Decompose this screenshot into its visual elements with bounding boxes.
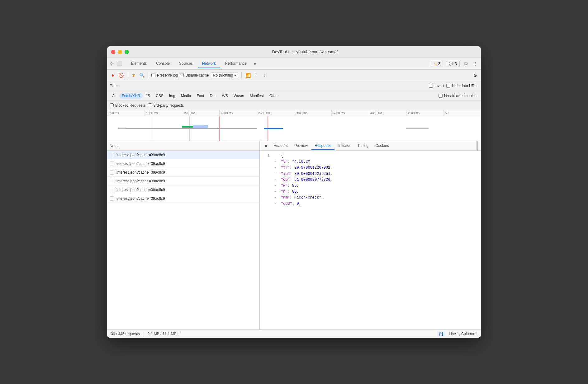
svg-rect-7: [264, 128, 283, 129]
cursor-icon[interactable]: ⊹: [110, 61, 114, 67]
type-btn-media[interactable]: Media: [178, 93, 194, 99]
warning-icon: ⚠: [434, 62, 437, 66]
tick-4500: 4500 ms: [406, 110, 443, 116]
invert-checkbox[interactable]: [429, 84, 433, 88]
type-filter-bar: All Fetch/XHR JS CSS Img Media Font Doc …: [107, 91, 481, 101]
request-checkbox-1[interactable]: [110, 162, 114, 166]
code-content-9: "ddd": 0,: [281, 201, 477, 207]
type-btn-fetch-xhr[interactable]: Fetch/XHR: [119, 93, 143, 99]
tab-cookies[interactable]: Cookies: [372, 142, 392, 150]
tab-response[interactable]: Response: [311, 142, 334, 150]
close-button[interactable]: [111, 50, 115, 54]
request-name-1: interest.json?cache=39ac8c9: [116, 162, 165, 166]
type-btn-doc[interactable]: Doc: [207, 93, 219, 99]
tab-more-button[interactable]: »: [252, 60, 259, 67]
settings-gear-icon[interactable]: ⚙: [463, 61, 469, 67]
request-row[interactable]: interest.json?cache=39ac8c9: [107, 185, 259, 194]
download-icon[interactable]: ↓: [261, 72, 267, 78]
request-checkbox-2[interactable]: [110, 170, 114, 175]
devtools-window: DevTools - tv.youtube.com/welcome/ ⊹ ⬜ E…: [107, 46, 481, 338]
requests-list[interactable]: interest.json?cache=39ac8c9 interest.jso…: [107, 151, 259, 329]
toolbar-separator-1: [127, 72, 127, 78]
top-tab-bar: ⊹ ⬜ Elements Console Sources Network Per…: [107, 58, 481, 70]
code-line-4: – "ip": 30.0000012219251,: [263, 171, 477, 177]
tab-elements[interactable]: Elements: [127, 59, 151, 68]
throttle-dropdown[interactable]: No throttling ▾: [211, 72, 239, 78]
type-btn-all[interactable]: All: [110, 93, 119, 99]
type-btn-other[interactable]: Other: [267, 93, 281, 99]
line-number-1: 1: [263, 153, 270, 159]
disable-cache-checkbox[interactable]: [180, 73, 184, 77]
upload-icon[interactable]: ↑: [253, 72, 259, 78]
type-btn-font[interactable]: Font: [194, 93, 206, 99]
preserve-log-label[interactable]: Preserve log: [151, 73, 178, 77]
request-row[interactable]: interest.json?cache=39ac8c9: [107, 177, 259, 185]
code-content-8: "nm": "icon-check",: [281, 195, 477, 201]
maximize-button[interactable]: [125, 50, 129, 54]
disable-cache-label[interactable]: Disable cache: [180, 73, 209, 77]
blocked-requests-label[interactable]: Blocked Requests: [110, 103, 145, 108]
tab-headers[interactable]: Headers: [270, 142, 291, 150]
has-blocked-cookies-label[interactable]: Has blocked cookies: [439, 94, 478, 98]
hide-data-urls-label[interactable]: Hide data URLs: [446, 84, 478, 88]
tab-performance[interactable]: Performance: [221, 59, 251, 68]
request-row[interactable]: interest.json?cache=39ac8c9: [107, 194, 259, 203]
invert-label[interactable]: Invert: [429, 84, 444, 88]
third-party-checkbox[interactable]: [148, 103, 152, 107]
code-line-7: – "h": 85,: [263, 189, 477, 195]
request-row[interactable]: interest.json?cache=39ac8c9: [107, 168, 259, 177]
line-collapse-8[interactable]: –: [273, 195, 277, 201]
type-btn-css[interactable]: CSS: [153, 93, 166, 99]
third-party-label[interactable]: 3rd-party requests: [148, 103, 184, 108]
hide-data-urls-checkbox[interactable]: [446, 84, 450, 88]
request-row[interactable]: interest.json?cache=39ac8c9: [107, 151, 259, 159]
line-collapse-9[interactable]: –: [273, 201, 277, 207]
type-btn-manifest[interactable]: Manifest: [247, 93, 266, 99]
request-checkbox-0[interactable]: [110, 153, 114, 157]
clear-button[interactable]: 🚫: [118, 72, 124, 78]
request-checkbox-4[interactable]: [110, 188, 114, 192]
code-line-6: – "w": 85,: [263, 183, 477, 189]
request-name-4: interest.json?cache=39ac8c9: [116, 188, 165, 192]
tab-sources[interactable]: Sources: [175, 59, 197, 68]
requests-count: 39 / 445 requests: [111, 332, 140, 336]
close-panel-button[interactable]: ×: [262, 143, 270, 149]
svg-rect-9: [406, 128, 429, 129]
filter-icon[interactable]: ▼: [130, 72, 137, 78]
tab-preview[interactable]: Preview: [292, 142, 311, 150]
device-icon[interactable]: ⬜: [116, 61, 122, 67]
tick-3500: 3500 ms: [331, 110, 369, 116]
request-checkbox-5[interactable]: [110, 196, 114, 201]
line-collapse-4[interactable]: –: [273, 171, 277, 177]
more-options-icon[interactable]: ⋮: [472, 61, 478, 67]
type-btn-wasm[interactable]: Wasm: [231, 93, 247, 99]
search-icon[interactable]: 🔍: [139, 72, 145, 78]
has-blocked-cookies-checkbox[interactable]: [439, 94, 443, 98]
line-collapse-3[interactable]: –: [273, 165, 277, 171]
line-collapse-7[interactable]: –: [273, 189, 277, 195]
line-collapse-6[interactable]: –: [273, 183, 277, 189]
blocked-requests-checkbox[interactable]: [110, 103, 114, 107]
type-btn-ws[interactable]: WS: [220, 93, 230, 99]
format-button[interactable]: { }: [437, 331, 445, 336]
tab-console[interactable]: Console: [152, 59, 174, 68]
invert-text: Invert: [434, 84, 444, 88]
request-checkbox-3[interactable]: [110, 179, 114, 183]
record-button[interactable]: ●: [110, 72, 116, 78]
type-btn-img[interactable]: Img: [167, 93, 178, 99]
wifi-icon[interactable]: 📶: [245, 72, 251, 78]
tab-network[interactable]: Network: [198, 59, 220, 68]
tick-2000: 2000 ms: [219, 110, 257, 116]
request-row[interactable]: interest.json?cache=39ac8c9: [107, 159, 259, 168]
tab-timing[interactable]: Timing: [354, 142, 372, 150]
status-separator-1: [144, 331, 144, 336]
tab-initiator[interactable]: Initiator: [335, 142, 353, 150]
line-collapse-5[interactable]: –: [273, 177, 277, 183]
info-badge[interactable]: 💬 3: [446, 61, 460, 67]
line-collapse-2[interactable]: –: [273, 159, 277, 165]
type-btn-js[interactable]: JS: [143, 93, 153, 99]
network-settings-icon[interactable]: ⚙: [472, 72, 478, 78]
warning-badge[interactable]: ⚠ 2: [431, 61, 443, 67]
preserve-log-checkbox[interactable]: [151, 73, 155, 77]
minimize-button[interactable]: [118, 50, 122, 54]
